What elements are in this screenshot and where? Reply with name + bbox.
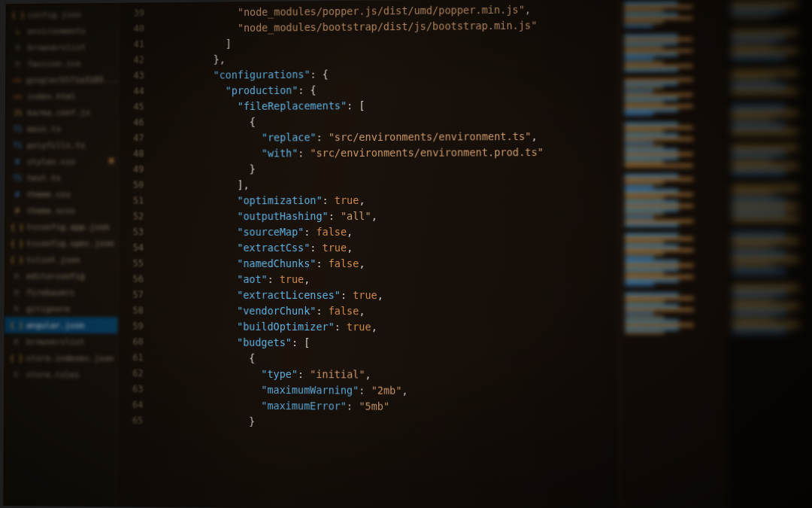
file-row-browserslist[interactable]: ⎘browserslist xyxy=(4,333,117,350)
code-line[interactable]: "aot": true, xyxy=(153,272,620,288)
line-number: 49 xyxy=(119,162,144,178)
code-line[interactable]: "namedChunks": false, xyxy=(153,256,620,272)
secondary-pane-line xyxy=(732,105,786,109)
file-row-browserslist[interactable]: ⎘browserslist xyxy=(5,38,118,56)
minimap-line xyxy=(624,102,663,104)
token-punc: : [ xyxy=(292,336,310,348)
code-content[interactable]: "node_modules/popper.js/dist/umd/popper.… xyxy=(152,1,620,508)
file-row-favicon-ico[interactable]: ⎘favicon.ico xyxy=(5,55,118,72)
file-row-tsconfig-spec-json[interactable]: { }tsconfig.spec.json xyxy=(5,235,118,251)
code-line[interactable]: } xyxy=(152,413,620,432)
file-row-angular-json[interactable]: { }angular.json xyxy=(4,317,117,333)
json-icon: { } xyxy=(12,254,23,265)
token-bool: true xyxy=(323,242,347,254)
token-key: "type" xyxy=(261,368,298,380)
minimap-line xyxy=(625,161,664,163)
file-name-label: index.html xyxy=(27,91,76,101)
minimap-line xyxy=(625,141,654,144)
file-row-googlec5571a3185-[interactable]: <>googlec5571a3185... xyxy=(5,71,118,89)
secondary-pane-line xyxy=(732,286,799,290)
line-number: 59 xyxy=(118,318,144,334)
token-punc: } xyxy=(152,415,255,427)
file-row-theme-css[interactable]: #theme.css xyxy=(5,186,118,202)
token-punc: , xyxy=(371,210,377,222)
file-row-tslint-json[interactable]: { }tslint.json xyxy=(5,251,118,268)
secondary-pane-line xyxy=(732,245,774,249)
minimap-line xyxy=(625,190,678,192)
token-plain xyxy=(153,320,238,332)
token-key: "fileReplacements" xyxy=(238,99,347,112)
minimap-line xyxy=(624,78,692,81)
token-punc: , xyxy=(304,273,310,285)
code-line[interactable]: } xyxy=(153,160,619,178)
secondary-pane-line xyxy=(732,263,774,267)
file-row-index-html[interactable]: <>index.html xyxy=(5,87,118,105)
secondary-pane-line xyxy=(732,61,812,69)
token-punc: : xyxy=(335,321,347,333)
token-key: "optimization" xyxy=(237,194,322,206)
file-name-label: tsconfig.spec.json xyxy=(26,239,114,248)
minimap-line xyxy=(625,182,664,184)
minimap-line xyxy=(625,220,693,222)
code-line[interactable]: "replace": "src/environments/environment… xyxy=(153,128,619,146)
file-row-karma-conf-js[interactable]: JSkarma.conf.js xyxy=(5,104,118,121)
file-name-label: tsconfig.app.json xyxy=(26,222,109,232)
minimap-line xyxy=(624,105,692,108)
minimap-line xyxy=(625,164,693,166)
minimap-line xyxy=(625,264,693,266)
file-row-polyfills-ts[interactable]: TSpolyfills.ts xyxy=(5,137,119,154)
secondary-pane-line xyxy=(732,233,786,237)
file-row-config-json[interactable]: { }config.json xyxy=(5,6,118,23)
minimap-line xyxy=(625,287,723,292)
token-bool: false xyxy=(329,305,359,317)
code-line[interactable]: "buildOptimizer": true, xyxy=(153,318,620,336)
secondary-pane-line xyxy=(732,223,812,230)
file-row-theme-scss[interactable]: #theme.scss xyxy=(5,202,118,219)
file-row-store-indexes-json[interactable]: { }store.indexes.json xyxy=(4,350,117,367)
minimap-line xyxy=(625,305,679,307)
file-row-environments[interactable]: ▸environments xyxy=(5,22,118,39)
token-bool: false xyxy=(317,226,347,238)
minimap[interactable] xyxy=(619,0,729,508)
code-line[interactable]: "with": "src/environments/environment.pr… xyxy=(153,144,619,162)
minimap-line xyxy=(624,72,722,78)
code-line[interactable]: { xyxy=(152,350,620,368)
token-str: "node_modules/popper.js/dist/umd/popper.… xyxy=(153,4,525,20)
token-key: "buildOptimizer" xyxy=(237,321,335,333)
file-row-gitignore[interactable]: ⎘gitignore xyxy=(5,300,118,317)
minimap-line xyxy=(625,145,664,148)
token-key: "outputHashing" xyxy=(237,210,328,222)
code-line[interactable]: "vendorChunk": false, xyxy=(153,303,620,320)
code-line[interactable]: "outputHashing": "all", xyxy=(153,208,620,224)
file-row-tsconfig-app-json[interactable]: { }tsconfig.app.json xyxy=(5,218,118,235)
file-row-test-ts[interactable]: TStest.ts xyxy=(5,169,118,186)
file-name-label: firebaserc xyxy=(26,287,75,297)
file-row-store-rules[interactable]: ⎘store.rules xyxy=(4,366,117,383)
code-line[interactable]: ], xyxy=(153,176,620,193)
file-explorer-sidebar[interactable]: { }config.json▸environments⎘browserslist… xyxy=(3,3,120,507)
secondary-pane-line xyxy=(731,31,798,35)
code-line[interactable]: "extractCss": true, xyxy=(153,240,620,256)
code-editor[interactable]: 3940414243444546474849505152535455565758… xyxy=(117,0,620,508)
code-line[interactable]: "optimization": true, xyxy=(153,192,620,208)
code-line[interactable]: { xyxy=(153,112,619,130)
minimap-line xyxy=(624,98,677,100)
file-row-main-ts[interactable]: TSmain.ts xyxy=(5,120,119,137)
code-line[interactable]: "budgets": [ xyxy=(152,334,620,351)
minimap-line xyxy=(624,35,677,38)
code-line[interactable]: "extractLicenses": true, xyxy=(153,287,620,304)
css-icon: # xyxy=(12,189,23,199)
file-row-styles-css[interactable]: #styles.cssM xyxy=(5,153,119,169)
secondary-pane-line xyxy=(732,111,798,116)
line-number: 57 xyxy=(118,287,144,303)
token-plain xyxy=(153,84,226,96)
json-icon: { } xyxy=(11,353,22,364)
token-punc: : xyxy=(329,210,341,222)
token-punc: , xyxy=(371,321,377,333)
file-row-editorconfig[interactable]: ⎘editorconfig xyxy=(5,268,118,284)
file-row-firebaserc[interactable]: ⎘firebaserc xyxy=(5,284,118,301)
token-plain xyxy=(153,194,237,206)
minimap-line xyxy=(624,28,722,33)
code-line[interactable]: "sourceMap": false, xyxy=(153,224,620,241)
minimap-line xyxy=(625,301,664,303)
